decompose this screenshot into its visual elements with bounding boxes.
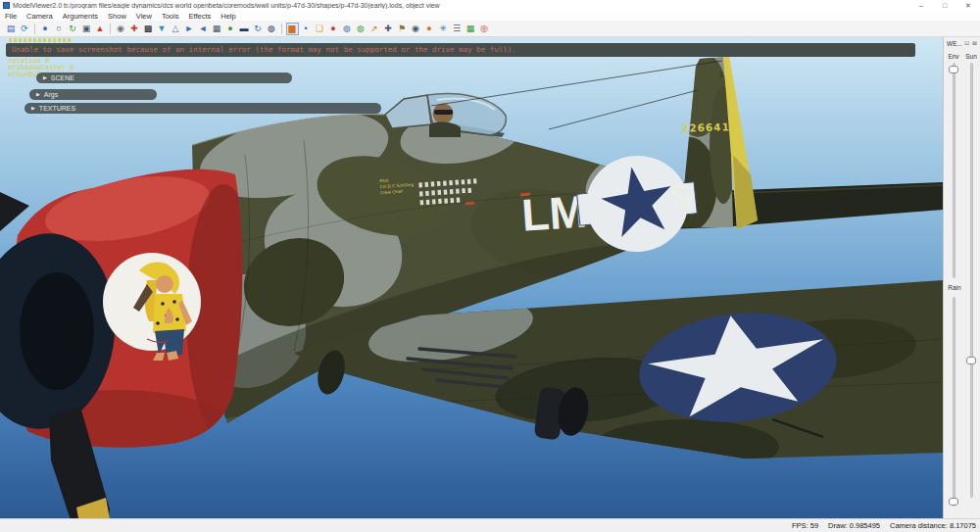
move-axes-icon[interactable]: ✚ <box>382 23 395 35</box>
table-list-icon[interactable]: ☰ <box>451 23 464 35</box>
image-icon[interactable]: ▣ <box>80 23 93 35</box>
aircraft-cowling <box>0 166 261 468</box>
expand-arrow-icon: ▶ <box>31 103 35 114</box>
record-icon[interactable]: ◎ <box>478 23 491 35</box>
menu-show[interactable]: Show <box>103 12 131 21</box>
sphere-icon[interactable]: ● <box>39 23 52 35</box>
status-bar: FPS: 59 Draw: 0.985495 Camera distance: … <box>0 518 980 532</box>
rain-slider-handle[interactable] <box>949 498 958 506</box>
title-bar: ModelViewer2.0 b:/program files/eagle dy… <box>0 0 980 11</box>
globe-icon[interactable]: ◍ <box>266 23 278 35</box>
filter-icon[interactable]: ▼ <box>156 23 169 35</box>
clipped-console-line <box>9 38 72 42</box>
bar-chart-icon[interactable]: ▆ <box>286 23 299 35</box>
sun-slider[interactable] <box>970 63 973 498</box>
panel-scene-label: SCENE <box>51 74 74 81</box>
grid-icon[interactable]: ▦ <box>465 23 477 35</box>
error-message: Unable to save screenshot because of an … <box>6 43 915 57</box>
env-slider-handle[interactable] <box>949 66 958 73</box>
wire-sphere-green-icon[interactable]: ◍ <box>355 23 368 35</box>
stencil-line-1: Pilot <box>379 178 389 184</box>
weather-panel-title: WE... <box>947 40 962 47</box>
sun-slider-handle[interactable] <box>966 357 976 364</box>
dot-icon[interactable]: • <box>300 23 313 35</box>
fps-value: FPS: 59 <box>792 521 818 530</box>
close-button[interactable]: ✕ <box>956 0 980 11</box>
menu-help[interactable]: Help <box>216 12 240 21</box>
arrow-right-icon[interactable]: ► <box>183 23 196 35</box>
panel-scene[interactable]: ▶ SCENE <box>36 73 292 83</box>
env-slider[interactable] <box>953 63 956 278</box>
expand-arrow-icon: ▶ <box>36 89 40 100</box>
window-title: ModelViewer2.0 b:/program files/eagle dy… <box>13 2 440 9</box>
reload-user-icon[interactable]: ⟳ <box>19 23 31 35</box>
env-slider-label: Env <box>946 53 961 60</box>
window-controls: – □ ✕ <box>909 0 980 11</box>
camera-distance-value: Camera distance: 8.17075 <box>890 521 976 530</box>
arrow-left-icon[interactable]: ◄ <box>197 23 210 35</box>
expand-arrow-icon: ▶ <box>43 73 47 83</box>
atom-icon[interactable]: ✳ <box>437 23 450 35</box>
runner-icon[interactable]: ▲ <box>94 23 107 35</box>
rain-slider-label: Rain <box>944 284 965 291</box>
add-cross-icon[interactable]: ✚ <box>128 23 141 35</box>
refresh-icon[interactable]: ↻ <box>67 23 79 35</box>
weather-panel: WE... ⊡ ⊠ Env Sun Rain <box>943 37 980 518</box>
rotate-icon[interactable]: ↻ <box>252 23 265 35</box>
panel-textures[interactable]: ▶ TEXTURES <box>24 103 381 114</box>
toolbar-separator <box>281 24 282 34</box>
photo-icon[interactable]: ▦ <box>211 23 223 35</box>
panel-close-icon[interactable]: ⊠ <box>971 40 978 47</box>
flag-person-icon[interactable]: ⚑ <box>396 23 409 35</box>
panel-args-label: Args <box>44 91 58 98</box>
menu-view[interactable]: View <box>131 12 157 21</box>
checker-icon[interactable]: ▩ <box>142 23 155 35</box>
toolbar-separator <box>110 24 111 34</box>
fin-marking-text: 1 <box>719 71 723 78</box>
menu-camera[interactable]: Camera <box>22 12 58 21</box>
wire-sphere-blue-icon[interactable]: ◍ <box>341 23 354 35</box>
sun-slider-label: Sun <box>963 53 979 60</box>
panel-collapse-icon[interactable]: ⊡ <box>963 40 970 47</box>
menu-file[interactable]: File <box>0 12 22 21</box>
tail-number-text: 226641 <box>681 121 730 134</box>
camera-icon[interactable]: ◉ <box>410 23 422 35</box>
open-file-icon[interactable]: ▤ <box>5 23 18 35</box>
menu-arguments[interactable]: Arguments <box>58 12 103 21</box>
circle-outline-icon[interactable]: ○ <box>53 23 66 35</box>
minimize-button[interactable]: – <box>909 0 933 11</box>
copy-folders-icon[interactable]: ❏ <box>314 23 326 35</box>
toolbar: ▤ ⟳ ● ○ ↻ ▣ ▲ ◉ ✚ ▩ ▼ △ ► ◄ ▦ ● ▬ ↻ ◍ ▆ … <box>0 21 980 37</box>
draw-value: Draw: 0.985495 <box>828 521 880 530</box>
orange-ball-icon[interactable]: ● <box>423 23 436 35</box>
panel-textures-label: TEXTURES <box>39 105 75 112</box>
tripod-icon[interactable]: △ <box>170 23 182 35</box>
monitor-icon[interactable]: ▬ <box>238 23 251 35</box>
viewport-3d[interactable]: 226641 1 <box>0 37 943 518</box>
chart-up-icon[interactable]: ↗ <box>368 23 381 35</box>
maximize-button[interactable]: □ <box>933 0 956 11</box>
menu-bar: File Camera Arguments Show View Tools Ef… <box>0 11 980 21</box>
traffic-light-icon[interactable]: ● <box>224 23 237 35</box>
menu-effects[interactable]: Effects <box>183 12 216 21</box>
panel-args[interactable]: ▶ Args <box>29 89 157 100</box>
menu-tools[interactable]: Tools <box>157 12 184 21</box>
rain-slider[interactable] <box>953 297 956 507</box>
app-icon <box>3 2 10 9</box>
red-sphere-icon[interactable]: ● <box>327 23 340 35</box>
toolbar-separator <box>34 24 35 34</box>
webcam-icon[interactable]: ◉ <box>115 23 127 35</box>
